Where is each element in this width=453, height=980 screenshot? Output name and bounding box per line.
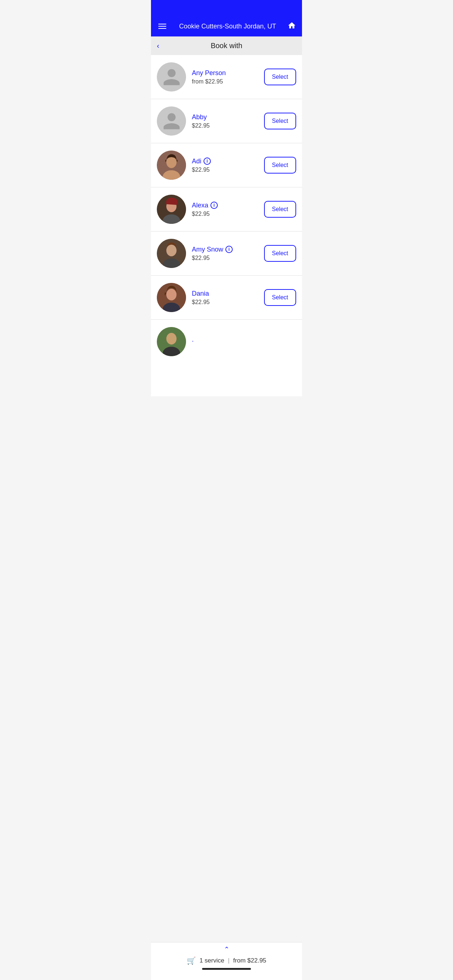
stylist-info: Alexa i $22.95 [192,202,264,217]
list-item: Any Person from $22.95 Select [151,55,302,99]
avatar [157,327,186,356]
select-button[interactable]: Select [264,68,296,85]
stylist-name-partial: · [192,337,296,345]
select-button[interactable]: Select [264,157,296,173]
header-title: Cookie Cutters-South Jordan, UT [168,22,287,30]
stylist-name: Dania [192,290,264,298]
status-bar [151,0,302,16]
avatar-placeholder [157,62,186,92]
select-button[interactable]: Select [264,245,296,262]
list-item: Amy Snow i $22.95 Select [151,232,302,275]
stylist-name: Adi i [192,158,264,165]
avatar [157,151,186,180]
back-button[interactable]: ‹ [157,41,160,50]
avatar [157,107,186,135]
info-icon[interactable]: i [225,246,233,253]
list-item: Abby $22.95 Select [151,99,302,143]
stylist-price: $22.95 [192,299,264,305]
select-button[interactable]: Select [264,289,296,306]
stylist-price: $22.95 [192,167,264,173]
hamburger-menu-button[interactable] [157,22,168,30]
sub-header: ‹ Book with [151,37,302,55]
avatar [157,62,186,92]
sub-header-title: Book with [157,41,296,50]
stylist-name: Any Person [192,69,264,77]
svg-point-10 [166,289,177,301]
stylist-name: Amy Snow i [192,246,264,253]
list-item-partial: · [151,320,302,360]
stylist-name: Abby [192,113,264,121]
info-icon[interactable]: i [204,158,211,165]
app-header: Cookie Cutters-South Jordan, UT [151,16,302,37]
stylist-price: $22.95 [192,123,264,129]
stylist-info: Any Person from $22.95 [192,69,264,85]
list-item: Alexa i $22.95 Select [151,188,302,232]
stylist-info: Adi i $22.95 [192,158,264,173]
home-button[interactable] [287,21,296,31]
avatar [157,239,186,268]
stylist-info: Abby $22.95 [192,113,264,129]
list-item: Adi i $22.95 Select [151,143,302,188]
stylist-price: $22.95 [192,211,264,217]
svg-point-7 [166,245,177,256]
avatar [157,283,186,312]
list-item: Dania $22.95 Select [151,275,302,320]
avatar-placeholder [157,107,186,135]
select-button[interactable]: Select [264,201,296,218]
stylist-price: $22.95 [192,255,264,261]
stylist-price: from $22.95 [192,78,264,85]
stylist-info-partial: · [192,337,296,346]
info-icon[interactable]: i [211,202,218,209]
svg-point-13 [166,333,177,345]
stylist-list: Any Person from $22.95 Select Abby $22.9… [151,55,302,396]
select-button[interactable]: Select [264,113,296,129]
stylist-name: Alexa i [192,202,264,209]
stylist-info: Dania $22.95 [192,290,264,305]
stylist-info: Amy Snow i $22.95 [192,246,264,261]
avatar [157,195,186,224]
svg-point-1 [166,156,177,168]
